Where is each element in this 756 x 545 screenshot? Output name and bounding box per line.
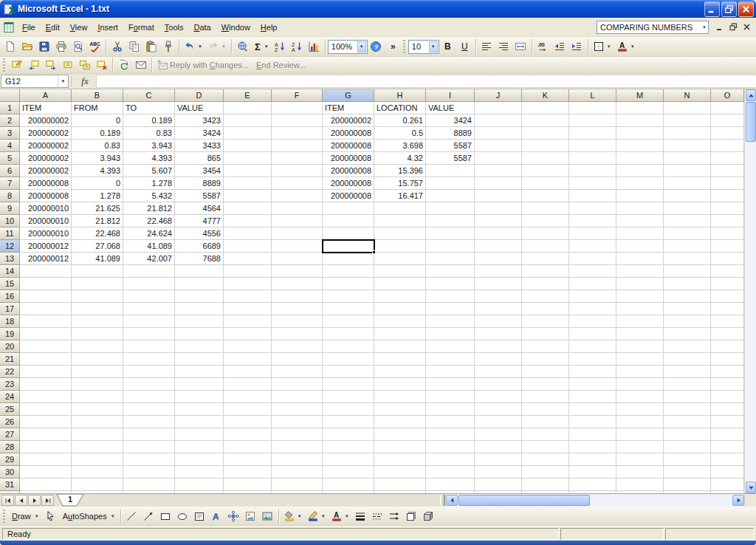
cell-B11[interactable]: 22.468 bbox=[72, 227, 123, 240]
cell-L11[interactable] bbox=[569, 227, 616, 240]
row-header-20[interactable]: 20 bbox=[0, 340, 20, 353]
open-button[interactable] bbox=[18, 38, 35, 55]
help-question-box[interactable]: COMPARING NUMBERS ▼ bbox=[597, 21, 709, 34]
cell-G20[interactable] bbox=[323, 340, 374, 353]
cell-B5[interactable]: 3.943 bbox=[72, 152, 123, 165]
cell-D22[interactable] bbox=[175, 366, 224, 378]
arrow-style-button[interactable] bbox=[386, 508, 403, 524]
cell-I4[interactable]: 5587 bbox=[426, 140, 475, 152]
cell-N5[interactable] bbox=[664, 152, 711, 165]
cell-C12[interactable]: 41.089 bbox=[123, 240, 175, 253]
cell-J11[interactable] bbox=[475, 227, 522, 240]
rectangle-button[interactable] bbox=[157, 508, 174, 524]
cell-H31[interactable] bbox=[374, 479, 426, 491]
cell-N24[interactable] bbox=[664, 391, 711, 403]
cell-F20[interactable] bbox=[272, 340, 323, 353]
update-file-button[interactable] bbox=[115, 58, 132, 72]
print-button[interactable] bbox=[52, 38, 69, 55]
cell-I10[interactable] bbox=[426, 215, 475, 227]
cell-M11[interactable] bbox=[616, 227, 664, 240]
cell-L6[interactable] bbox=[569, 165, 616, 177]
cell-C15[interactable] bbox=[123, 278, 175, 290]
cell-C21[interactable] bbox=[123, 353, 175, 366]
cell-J6[interactable] bbox=[475, 165, 522, 177]
row-header-21[interactable]: 21 bbox=[0, 353, 20, 366]
insert-picture-button[interactable] bbox=[259, 508, 276, 524]
print-preview-button[interactable] bbox=[69, 38, 86, 55]
cell-L30[interactable] bbox=[569, 466, 616, 479]
cell-L27[interactable] bbox=[569, 428, 616, 441]
cell-M25[interactable] bbox=[616, 403, 664, 416]
chevron-down-icon[interactable]: ▼ bbox=[197, 44, 203, 49]
shadow-style-button[interactable] bbox=[403, 508, 420, 524]
row-header-5[interactable]: 5 bbox=[0, 152, 20, 165]
cell-I16[interactable] bbox=[426, 290, 475, 303]
cell-E10[interactable] bbox=[224, 215, 272, 227]
cell-N14[interactable] bbox=[664, 265, 711, 278]
column-header-B[interactable]: B bbox=[72, 89, 123, 102]
cell-J14[interactable] bbox=[475, 265, 522, 278]
row-header-27[interactable]: 27 bbox=[0, 428, 20, 441]
insert-hyperlink-button[interactable] bbox=[234, 38, 251, 55]
cell-D2[interactable]: 3423 bbox=[175, 114, 224, 127]
row-header-8[interactable]: 8 bbox=[0, 190, 20, 202]
cell-L10[interactable] bbox=[569, 215, 616, 227]
cell-A25[interactable] bbox=[20, 403, 72, 416]
cell-O24[interactable] bbox=[711, 391, 744, 403]
cell-B10[interactable]: 21.812 bbox=[72, 215, 123, 227]
cell-D1[interactable]: VALUE bbox=[175, 102, 224, 114]
vertical-scrollbar[interactable] bbox=[744, 89, 756, 493]
cell-L15[interactable] bbox=[569, 278, 616, 290]
cell-B17[interactable] bbox=[72, 303, 123, 315]
cell-F25[interactable] bbox=[272, 403, 323, 416]
tab-first-button[interactable] bbox=[1, 495, 14, 506]
cell-C16[interactable] bbox=[123, 290, 175, 303]
cell-G8[interactable]: 200000008 bbox=[323, 190, 374, 202]
formula-input[interactable] bbox=[96, 75, 756, 88]
dash-style-button[interactable] bbox=[369, 508, 386, 524]
cell-F3[interactable] bbox=[272, 127, 323, 140]
cell-M6[interactable] bbox=[616, 165, 664, 177]
cell-A18[interactable] bbox=[20, 315, 72, 328]
toolbar-grip[interactable] bbox=[403, 40, 405, 53]
cell-H13[interactable] bbox=[374, 253, 426, 265]
cell-F22[interactable] bbox=[272, 366, 323, 378]
row-header-24[interactable]: 24 bbox=[0, 391, 20, 403]
cell-C8[interactable]: 5.432 bbox=[123, 190, 175, 202]
tab-last-button[interactable] bbox=[41, 495, 54, 506]
cell-F7[interactable] bbox=[272, 177, 323, 190]
cell-J16[interactable] bbox=[475, 290, 522, 303]
cell-K5[interactable] bbox=[522, 152, 569, 165]
restore-button[interactable] bbox=[721, 1, 737, 17]
cell-B26[interactable] bbox=[72, 416, 123, 428]
cell-J26[interactable] bbox=[475, 416, 522, 428]
cell-N12[interactable] bbox=[664, 240, 711, 253]
select-all-button[interactable] bbox=[0, 89, 20, 102]
cell-H17[interactable] bbox=[374, 303, 426, 315]
cell-E14[interactable] bbox=[224, 265, 272, 278]
row-header-9[interactable]: 9 bbox=[0, 202, 20, 215]
column-header-N[interactable]: N bbox=[664, 89, 711, 102]
cell-N22[interactable] bbox=[664, 366, 711, 378]
cell-I6[interactable] bbox=[426, 165, 475, 177]
cell-C9[interactable]: 21.812 bbox=[123, 202, 175, 215]
cell-K14[interactable] bbox=[522, 265, 569, 278]
cell-O17[interactable] bbox=[711, 303, 744, 315]
row-header-11[interactable]: 11 bbox=[0, 227, 20, 240]
cell-H6[interactable]: 15.396 bbox=[374, 165, 426, 177]
cell-J24[interactable] bbox=[475, 391, 522, 403]
cell-A24[interactable] bbox=[20, 391, 72, 403]
cell-H24[interactable] bbox=[374, 391, 426, 403]
cell-O23[interactable] bbox=[711, 378, 744, 391]
cell-J1[interactable] bbox=[475, 102, 522, 114]
cell-K12[interactable] bbox=[522, 240, 569, 253]
text-box-button[interactable] bbox=[191, 508, 208, 524]
cell-I31[interactable] bbox=[426, 479, 475, 491]
3d-style-button[interactable] bbox=[420, 508, 437, 524]
cell-B9[interactable]: 21.625 bbox=[72, 202, 123, 215]
cell-L21[interactable] bbox=[569, 353, 616, 366]
cell-J9[interactable] bbox=[475, 202, 522, 215]
cell-K20[interactable] bbox=[522, 340, 569, 353]
cell-H12[interactable] bbox=[374, 240, 426, 253]
column-header-D[interactable]: D bbox=[175, 89, 224, 102]
